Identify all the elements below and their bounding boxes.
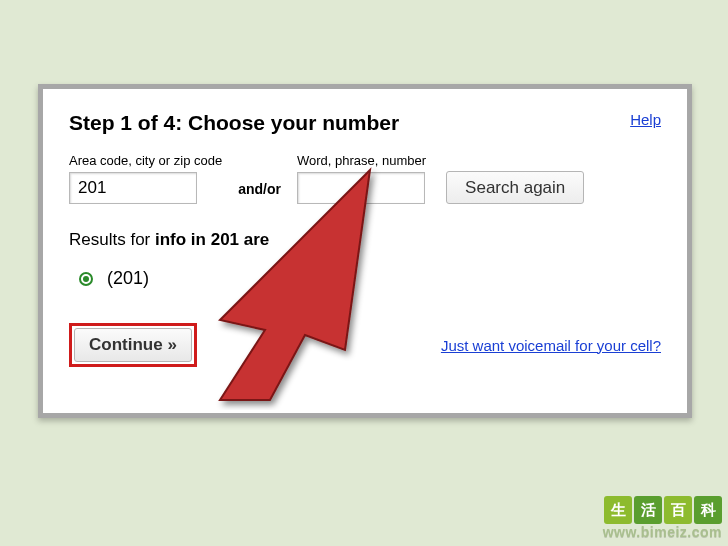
continue-button[interactable]: Continue »	[74, 328, 192, 362]
area-code-group: Area code, city or zip code	[69, 153, 222, 204]
watermark: 生 活 百 科 www.bimeiz.com	[603, 496, 722, 540]
search-row: Area code, city or zip code and/or Word,…	[69, 153, 661, 204]
step-title: Step 1 of 4: Choose your number	[69, 111, 399, 135]
result-option-row[interactable]: (201)	[79, 268, 661, 289]
watermark-char-1: 生	[604, 496, 632, 524]
radio-selected-icon	[79, 272, 93, 286]
choose-number-panel: Step 1 of 4: Choose your number Help Are…	[43, 89, 687, 413]
results-bold: info in 201 are	[155, 230, 269, 249]
area-code-input[interactable]	[69, 172, 197, 204]
window-frame: Step 1 of 4: Choose your number Help Are…	[38, 84, 692, 418]
watermark-url: www.bimeiz.com	[603, 524, 722, 540]
result-option-label: (201)	[107, 268, 149, 289]
results-text: Results for info in 201 are	[69, 230, 661, 250]
area-code-label: Area code, city or zip code	[69, 153, 222, 168]
voicemail-link[interactable]: Just want voicemail for your cell?	[441, 337, 661, 354]
results-prefix: Results for	[69, 230, 155, 249]
andor-text: and/or	[238, 181, 281, 204]
help-link[interactable]: Help	[630, 111, 661, 128]
watermark-char-3: 百	[664, 496, 692, 524]
continue-highlight: Continue »	[69, 323, 197, 367]
panel-header: Step 1 of 4: Choose your number Help	[69, 111, 661, 135]
watermark-char-4: 科	[694, 496, 722, 524]
watermark-logo: 生 活 百 科	[603, 496, 722, 524]
word-group: Word, phrase, number	[297, 153, 426, 204]
word-input[interactable]	[297, 172, 425, 204]
watermark-char-2: 活	[634, 496, 662, 524]
search-again-button[interactable]: Search again	[446, 171, 584, 204]
bottom-row: Continue » Just want voicemail for your …	[69, 323, 661, 367]
word-label: Word, phrase, number	[297, 153, 426, 168]
